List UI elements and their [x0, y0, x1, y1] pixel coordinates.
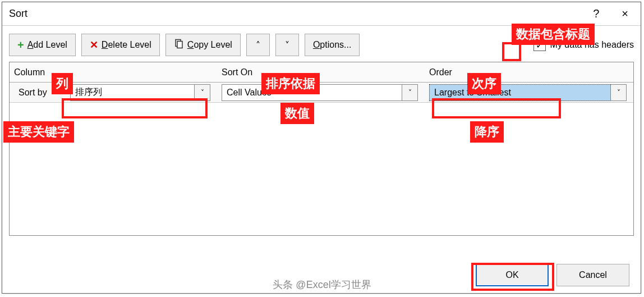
header-column: Column: [10, 67, 217, 77]
delete-level-button[interactable]: ✕ Delete Level: [81, 34, 160, 56]
anno-order: 次序: [467, 73, 501, 94]
anno-sortby: 主要关键字: [3, 121, 74, 143]
sorton-combo-arrow[interactable]: ˅: [402, 84, 418, 101]
svg-rect-1: [177, 42, 182, 48]
ok-label: OK: [505, 270, 518, 280]
column-combo-value: 排序列: [75, 86, 102, 98]
options-label: Options...: [313, 40, 351, 50]
anno-largest: 降序: [470, 121, 504, 143]
order-combo-arrow[interactable]: ˅: [611, 84, 627, 101]
x-icon: ✕: [90, 39, 98, 51]
cancel-button[interactable]: Cancel: [556, 264, 629, 286]
move-up-button[interactable]: ˄: [246, 34, 270, 56]
order-combo[interactable]: Largest to Smallest: [429, 84, 611, 101]
sort-dialog: Sort ? × + Add Level ✕ Delete Level Copy…: [2, 2, 641, 294]
options-button[interactable]: Options...: [305, 34, 360, 56]
column-combo-arrow[interactable]: ˅: [195, 84, 210, 101]
dialog-title: Sort: [9, 8, 593, 20]
grid-header: Column Sort On Order: [10, 62, 633, 83]
anno-headers: 数据包含标题: [512, 24, 595, 45]
chevron-up-icon: ˄: [256, 40, 260, 51]
anno-column: 列: [52, 73, 73, 94]
grid-row: Sort by 排序列 ˅ Cell Values ˅: [10, 83, 633, 103]
copy-icon: [174, 39, 184, 51]
plus-icon: +: [17, 39, 24, 52]
header-order: Order: [425, 67, 633, 77]
titlebar: Sort ? ×: [2, 2, 641, 26]
move-down-button[interactable]: ˅: [275, 34, 299, 56]
add-level-button[interactable]: + Add Level: [9, 34, 76, 56]
chevron-down-icon: ˅: [285, 40, 289, 51]
copy-level-label: Copy Level: [187, 40, 232, 50]
cancel-label: Cancel: [579, 270, 607, 280]
column-combo[interactable]: 排序列: [70, 84, 195, 101]
watermark: 头条 @Excel学习世界: [273, 278, 371, 291]
sort-grid: Column Sort On Order Sort by 排序列 ˅ Cell …: [9, 62, 634, 236]
anno-cellvalues: 数值: [280, 103, 314, 124]
ok-button[interactable]: OK: [476, 264, 549, 286]
dialog-footer: OK Cancel: [476, 264, 629, 286]
delete-level-label: Delete Level: [102, 40, 151, 50]
anno-sorton: 排序依据: [261, 73, 320, 94]
help-icon[interactable]: ?: [593, 7, 599, 20]
copy-level-button[interactable]: Copy Level: [165, 34, 241, 56]
add-level-label: Add Level: [27, 40, 67, 50]
close-icon[interactable]: ×: [616, 7, 634, 20]
header-sorton: Sort On: [217, 67, 425, 77]
